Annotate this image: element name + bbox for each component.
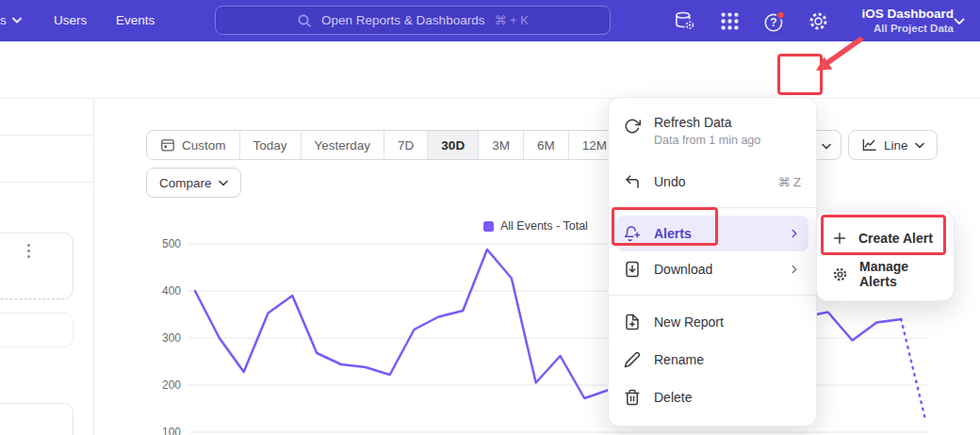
menu-item-label: Delete (654, 390, 692, 405)
project-name: iOS Dashboard (861, 6, 954, 22)
date-range-6m[interactable]: 6M (523, 131, 568, 159)
sidebar-divider (0, 135, 93, 136)
menu-item-new-report[interactable]: New Report (609, 303, 816, 341)
y-axis-tick-label: 300 (162, 331, 181, 345)
menu-item-delete[interactable]: Delete (609, 379, 816, 416)
left-sidebar (0, 98, 94, 435)
menu-divider (609, 295, 816, 296)
chart-line-dashed (901, 319, 925, 420)
date-range-label: Yesterday (315, 138, 371, 153)
chart-type-label: Line (884, 138, 908, 153)
menu-item-rename[interactable]: Rename (609, 341, 816, 379)
project-chevron-down-icon[interactable] (954, 18, 965, 25)
project-selector[interactable]: iOS Dashboard All Project Data (861, 6, 954, 35)
search-placeholder: Open Reports & Dashboards (321, 13, 484, 27)
undo-shortcut: ⌘ Z (777, 175, 801, 189)
legend-swatch (483, 221, 494, 232)
menu-item-label: Refresh Data (654, 115, 760, 131)
annotation-arrow (806, 34, 868, 83)
date-range-3m[interactable]: 3M (478, 131, 523, 159)
nav-item-cutoff-label: s (0, 13, 7, 27)
search-shortcut-hint: ⌘ + K (494, 13, 529, 27)
chevron-down-icon (12, 17, 22, 24)
chevron-down-icon (915, 142, 924, 149)
menu-item-sublabel: Data from 1 min ago (654, 134, 760, 147)
submenu-item-label: Manage Alerts (859, 259, 939, 289)
date-range-30d-selected[interactable]: 30D (427, 131, 478, 159)
sidebar-divider (0, 182, 93, 183)
date-range-label: Custom (182, 138, 226, 153)
submenu-item-manage-alerts[interactable]: Manage Alerts (817, 256, 954, 292)
app-window: s Users Events Open Reports & Dashboards… (0, 0, 980, 435)
menu-item-download[interactable]: Download (609, 251, 816, 287)
global-search-input[interactable]: Open Reports & Dashboards ⌘ + K (215, 6, 611, 35)
settings-gear-icon[interactable] (808, 10, 829, 32)
chevron-right-icon (788, 227, 801, 240)
y-axis-tick-label: 400 (162, 284, 181, 298)
calendar-icon (160, 137, 175, 153)
date-range-custom[interactable]: Custom (147, 131, 239, 159)
menu-item-label: New Report (654, 314, 724, 330)
sidebar-card[interactable] (0, 313, 74, 347)
sidebar-card[interactable] (0, 403, 74, 435)
refresh-icon (624, 118, 641, 135)
project-scope: All Project Data (861, 22, 954, 35)
undo-icon (624, 173, 641, 190)
y-axis-tick-label: 500 (162, 237, 181, 250)
line-chart-icon (861, 137, 877, 153)
search-icon (297, 13, 312, 28)
date-range-label: Today (253, 138, 287, 153)
compare-button[interactable]: Compare (146, 168, 241, 198)
legend-label: All Events - Total (500, 219, 588, 233)
svg-text:?: ? (770, 16, 776, 29)
annotation-box-alerts (612, 207, 718, 246)
compare-label: Compare (159, 176, 212, 190)
pencil-icon (624, 351, 641, 368)
date-range-label: 12M (582, 138, 607, 153)
y-axis-tick-label: 200 (162, 379, 181, 392)
date-range-label: 30D (441, 138, 465, 153)
date-range-control: Custom Today Yesterday 7D 30D 3M 6M 12M (146, 130, 621, 160)
date-range-label: 3M (492, 138, 510, 153)
nav-item-events[interactable]: Events (116, 13, 155, 27)
nav-item-users[interactable]: Users (54, 13, 87, 27)
chart-type-button[interactable]: Line (848, 130, 938, 160)
menu-item-refresh-data[interactable]: Refresh Data Data from 1 min ago (609, 109, 816, 164)
y-axis-tick-label: 100 (162, 426, 181, 435)
date-range-label: 7D (398, 138, 414, 153)
help-icon[interactable]: ? (762, 9, 787, 34)
file-plus-icon (624, 314, 641, 330)
annotation-box-create-alert (821, 215, 946, 255)
chart-legend[interactable]: All Events - Total (483, 219, 588, 233)
chevron-down-icon (219, 180, 228, 186)
date-range-label: 6M (537, 138, 555, 153)
trash-icon (624, 389, 641, 406)
menu-item-undo[interactable]: Undo ⌘ Z (609, 164, 816, 200)
kebab-menu-icon[interactable] (27, 244, 30, 258)
data-management-icon[interactable] (674, 10, 695, 32)
notification-dot (777, 11, 785, 19)
apps-grid-icon[interactable] (719, 10, 741, 32)
chevron-down-icon (822, 143, 831, 150)
menu-item-label: Undo (654, 174, 685, 189)
menu-item-label: Download (654, 262, 712, 277)
sidebar-card[interactable] (0, 233, 74, 299)
chevron-right-icon (788, 263, 801, 276)
menu-item-label: Rename (654, 352, 704, 367)
date-range-today[interactable]: Today (239, 131, 301, 159)
nav-item-cutoff[interactable]: s (0, 13, 22, 27)
date-range-7d[interactable]: 7D (384, 131, 427, 159)
download-icon (624, 261, 641, 278)
date-range-yesterday[interactable]: Yesterday (301, 131, 384, 159)
gear-icon (832, 266, 848, 282)
more-options-menu: Refresh Data Data from 1 min ago Undo ⌘ … (608, 97, 817, 427)
